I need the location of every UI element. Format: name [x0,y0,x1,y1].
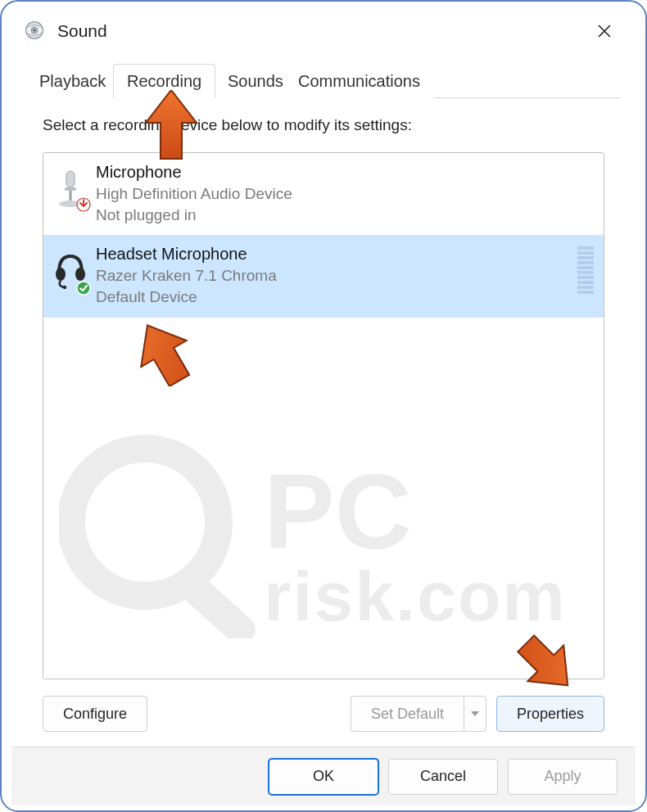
device-name: Headset Microphone [96,243,577,265]
tab-sounds[interactable]: Sounds [215,64,296,98]
sound-app-icon [23,19,46,44]
configure-button[interactable]: Configure [43,696,147,732]
unplugged-badge-icon [76,197,91,212]
set-default-dropdown-arrow[interactable] [464,696,486,732]
button-label: Configure [63,706,127,723]
window-title: Sound [57,21,107,41]
dialog-footer: OK Cancel Apply [11,747,636,805]
device-row-microphone[interactable]: Microphone High Definition Audio Device … [43,153,604,235]
tab-communications[interactable]: Communications [285,64,433,98]
tab-content: PC risk.com Select a recording device be… [26,98,621,747]
properties-button[interactable]: Properties [496,696,604,732]
close-icon [596,23,613,39]
chevron-down-icon [471,711,479,716]
device-list[interactable]: Microphone High Definition Audio Device … [43,152,604,679]
tab-playback[interactable]: Playback [26,64,119,98]
svg-rect-10 [70,191,72,202]
ok-button[interactable]: OK [269,759,378,795]
cancel-button[interactable]: Cancel [388,759,498,795]
set-default-split-button[interactable]: Set Default [351,696,486,732]
action-button-row: Configure Set Default Properties [43,696,604,732]
tab-label: Communications [298,72,420,91]
button-label: Set Default [371,706,444,723]
microphone-icon [52,161,89,214]
tab-label: Sounds [228,72,283,91]
device-driver: Razer Kraken 7.1 Chroma [96,265,577,286]
close-button[interactable] [580,11,629,51]
tab-label: Recording [127,72,201,91]
svg-point-13 [56,268,66,281]
default-badge-icon [76,281,91,295]
svg-point-15 [63,286,66,289]
tab-strip: Playback Recording Sounds Communications [26,64,621,98]
sound-dialog: Sound Playback Recording Sounds Communic… [11,8,636,805]
device-row-headset-microphone[interactable]: Headset Microphone Razer Kraken 7.1 Chro… [43,235,604,317]
svg-point-14 [75,268,85,281]
device-name: Microphone [96,161,599,183]
tab-recording[interactable]: Recording [113,64,215,98]
svg-point-3 [34,29,36,31]
tab-label: Playback [39,72,106,91]
instruction-text: Select a recording device below to modif… [43,116,604,134]
device-status: Not plugged in [96,205,599,226]
apply-button[interactable]: Apply [508,759,618,795]
button-label: Apply [544,768,581,785]
button-label: OK [313,768,334,785]
level-meter [577,243,594,294]
button-label: Properties [517,706,584,723]
button-label: Cancel [420,768,466,785]
headset-icon [52,243,89,295]
set-default-button[interactable]: Set Default [351,696,464,732]
device-status: Default Device [96,286,577,308]
svg-point-16 [77,282,90,295]
svg-rect-9 [65,187,76,191]
device-driver: High Definition Audio Device [96,183,599,205]
svg-rect-8 [66,171,75,187]
titlebar: Sound [11,8,636,54]
